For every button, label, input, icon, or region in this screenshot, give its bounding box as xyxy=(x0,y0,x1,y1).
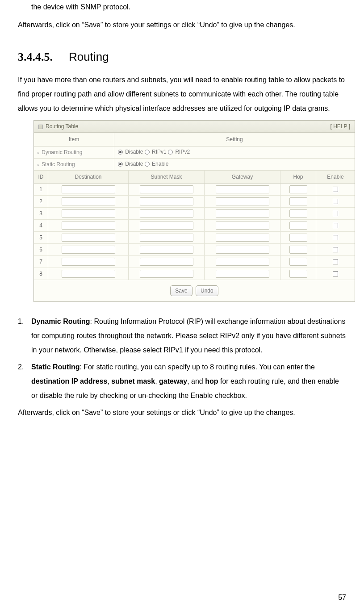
row-id: 2 xyxy=(34,196,48,207)
subnet-mask-input[interactable] xyxy=(140,209,193,218)
radio-static-enable[interactable] xyxy=(145,162,150,167)
enable-checkbox[interactable] xyxy=(333,235,338,240)
table-row: 7 xyxy=(34,256,355,268)
subnet-mask-input[interactable] xyxy=(140,270,193,278)
subnet-mask-input[interactable] xyxy=(140,246,193,254)
routing-table-screenshot: Routing Table [ HELP ] Item Setting Dyna… xyxy=(33,120,355,302)
trailing-text: the device with SNMP protocol. xyxy=(18,0,346,14)
gateway-input[interactable] xyxy=(216,258,269,266)
hop-input[interactable] xyxy=(289,234,307,242)
destination-input[interactable] xyxy=(62,234,115,242)
col-hop: Hop xyxy=(280,171,316,183)
dynamic-routing-row: Dynamic Routing Disable RIPv1 RIPv2 xyxy=(34,146,355,159)
table-row: 1 xyxy=(34,184,355,196)
destination-input[interactable] xyxy=(62,197,115,205)
button-row: Save Undo xyxy=(34,280,355,301)
undo-button[interactable]: Undo xyxy=(196,285,218,296)
col-destination: Destination xyxy=(48,171,129,183)
row-id: 7 xyxy=(34,256,48,268)
afterwards-2: Afterwards, click on “Save” to store you… xyxy=(18,406,346,420)
row-id: 4 xyxy=(34,220,48,231)
subnet-mask-input[interactable] xyxy=(140,185,193,193)
afterwards-1: Afterwards, click on “Save” to store you… xyxy=(18,18,346,32)
list-item-2: 2. Static Routing: For static routing, y… xyxy=(18,360,346,403)
static-routing-options: Disable Enable xyxy=(114,159,355,170)
subnet-mask-input[interactable] xyxy=(140,234,193,242)
subnet-mask-input[interactable] xyxy=(140,258,193,266)
gateway-input[interactable] xyxy=(216,270,269,278)
panel-icon xyxy=(38,125,43,129)
radio-static-disable[interactable] xyxy=(118,162,123,167)
enable-checkbox[interactable] xyxy=(333,247,338,252)
table-row: 4 xyxy=(34,220,355,232)
enable-checkbox[interactable] xyxy=(333,199,338,204)
hop-input[interactable] xyxy=(289,222,307,230)
table-row: 3 xyxy=(34,208,355,220)
enable-checkbox[interactable] xyxy=(333,259,338,264)
radio-ripv2[interactable] xyxy=(168,150,173,155)
gateway-input[interactable] xyxy=(216,222,269,230)
list-num-1: 1. xyxy=(18,314,31,357)
col-gateway: Gateway xyxy=(205,171,280,183)
intro-paragraph: If you have more than one routers and su… xyxy=(18,73,346,116)
header-item: Item xyxy=(34,133,114,146)
dynamic-routing-label: Dynamic Routing xyxy=(34,146,114,158)
panel-titlebar: Routing Table [ HELP ] xyxy=(34,121,355,133)
list-num-2: 2. xyxy=(18,360,31,403)
page-number: 57 xyxy=(338,594,346,602)
gateway-input[interactable] xyxy=(216,209,269,218)
table-row: 5 xyxy=(34,232,355,244)
row-id: 8 xyxy=(34,268,48,280)
settings-header: Item Setting xyxy=(34,133,355,146)
row-id: 6 xyxy=(34,244,48,255)
dynamic-routing-options: Disable RIPv1 RIPv2 xyxy=(114,146,355,158)
section-heading: 3.4.4.5. Routing xyxy=(18,50,346,64)
table-row: 8 xyxy=(34,268,355,280)
row-id: 1 xyxy=(34,184,48,195)
list-body-1: Dynamic Routing: Routing Information Pro… xyxy=(31,314,346,357)
static-routing-label: Static Routing xyxy=(34,159,114,170)
destination-input[interactable] xyxy=(62,185,115,193)
help-link[interactable]: [ HELP ] xyxy=(331,123,350,130)
gateway-input[interactable] xyxy=(216,197,269,205)
radio-ripv1[interactable] xyxy=(145,150,150,155)
destination-input[interactable] xyxy=(62,222,115,230)
numbered-list: 1. Dynamic Routing: Routing Information … xyxy=(18,314,346,403)
enable-checkbox[interactable] xyxy=(333,211,338,216)
list-item-1: 1. Dynamic Routing: Routing Information … xyxy=(18,314,346,357)
enable-checkbox[interactable] xyxy=(333,187,338,192)
col-enable: Enable xyxy=(316,171,355,183)
subnet-mask-input[interactable] xyxy=(140,222,193,230)
destination-input[interactable] xyxy=(62,270,115,278)
header-setting: Setting xyxy=(114,133,355,146)
heading-title: Routing xyxy=(69,50,109,64)
hop-input[interactable] xyxy=(289,258,307,266)
row-id: 3 xyxy=(34,208,48,219)
radio-disable[interactable] xyxy=(118,150,123,155)
destination-input[interactable] xyxy=(62,258,115,266)
table-row: 2 xyxy=(34,196,355,208)
panel-title: Routing Table xyxy=(46,123,78,130)
gateway-input[interactable] xyxy=(216,185,269,193)
hop-input[interactable] xyxy=(289,209,307,218)
col-subnet-mask: Subnet Mask xyxy=(129,171,205,183)
hop-input[interactable] xyxy=(289,197,307,205)
heading-number: 3.4.4.5. xyxy=(18,50,53,64)
gateway-input[interactable] xyxy=(216,234,269,242)
destination-input[interactable] xyxy=(62,246,115,254)
destination-input[interactable] xyxy=(62,209,115,218)
gateway-input[interactable] xyxy=(216,246,269,254)
list-body-2: Static Routing: For static routing, you … xyxy=(31,360,346,403)
routes-table-header: ID Destination Subnet Mask Gateway Hop E… xyxy=(34,171,355,184)
static-routing-row: Static Routing Disable Enable xyxy=(34,159,355,171)
hop-input[interactable] xyxy=(289,185,307,193)
save-button[interactable]: Save xyxy=(170,285,192,296)
hop-input[interactable] xyxy=(289,246,307,254)
row-id: 5 xyxy=(34,232,48,243)
hop-input[interactable] xyxy=(289,270,307,278)
subnet-mask-input[interactable] xyxy=(140,197,193,205)
table-row: 6 xyxy=(34,244,355,256)
enable-checkbox[interactable] xyxy=(333,223,338,228)
col-id: ID xyxy=(34,171,48,183)
enable-checkbox[interactable] xyxy=(333,271,338,276)
